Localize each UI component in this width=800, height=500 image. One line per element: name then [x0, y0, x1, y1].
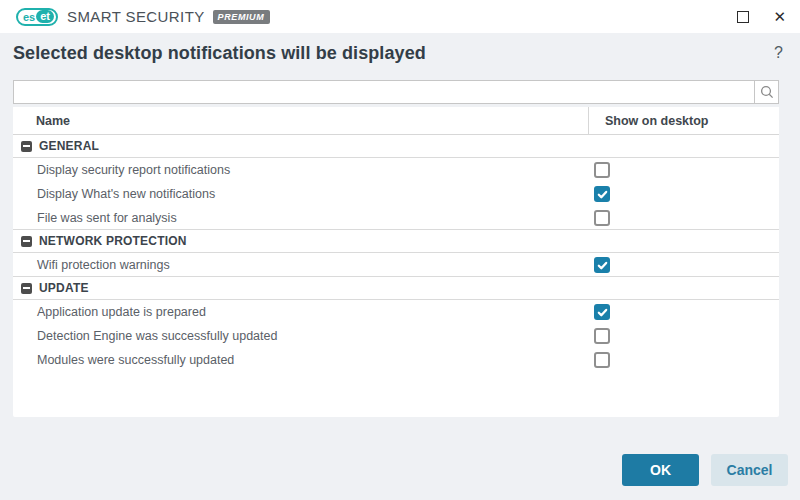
row-label: Application update is prepared: [37, 300, 206, 324]
section-header-update[interactable]: UPDATE: [13, 276, 779, 300]
section-label: GENERAL: [39, 139, 99, 153]
row-label: File was sent for analysis: [37, 206, 177, 230]
logo-text-right: et: [36, 10, 54, 23]
premium-badge: PREMIUM: [213, 10, 271, 24]
window-controls: ✕: [737, 0, 786, 33]
collapse-minus-icon[interactable]: [21, 283, 32, 294]
help-icon[interactable]: ?: [774, 44, 783, 62]
checkbox-unchecked[interactable]: [594, 210, 610, 226]
notifications-table: Name Show on desktop GENERALDisplay secu…: [13, 107, 779, 417]
table-row-display-security-report-notifications[interactable]: Display security report notifications: [13, 158, 779, 182]
table-row-application-update-is-prepared[interactable]: Application update is prepared: [13, 300, 779, 324]
table-body: GENERALDisplay security report notificat…: [13, 134, 779, 372]
table-header: Name Show on desktop: [13, 107, 779, 135]
close-icon[interactable]: ✕: [773, 9, 786, 24]
search-icon[interactable]: [754, 81, 778, 103]
section-label: NETWORK PROTECTION: [39, 234, 187, 248]
table-row-detection-engine-was-successfully-updated[interactable]: Detection Engine was successfully update…: [13, 324, 779, 348]
collapse-minus-icon[interactable]: [21, 141, 32, 152]
column-header-name[interactable]: Name: [36, 107, 70, 135]
search-bar: [13, 80, 779, 104]
row-label: Modules were successfully updated: [37, 348, 234, 372]
product-name: SMART SECURITY: [67, 8, 205, 25]
section-header-network-protection[interactable]: NETWORK PROTECTION: [13, 229, 779, 253]
row-label: Display What's new notifications: [37, 182, 215, 206]
column-header-show-on-desktop[interactable]: Show on desktop: [588, 107, 708, 134]
checkbox-unchecked[interactable]: [594, 328, 610, 344]
section-header-general[interactable]: GENERAL: [13, 134, 779, 158]
collapse-minus-icon[interactable]: [21, 236, 32, 247]
logo-text-left: es: [23, 10, 35, 24]
eset-logo: eset SMART SECURITY PREMIUM: [16, 8, 270, 26]
ok-button[interactable]: OK: [622, 454, 699, 486]
table-row-modules-were-successfully-updated[interactable]: Modules were successfully updated: [13, 348, 779, 372]
eset-logo-mark: eset: [16, 8, 58, 26]
checkbox-unchecked[interactable]: [594, 162, 610, 178]
section-label: UPDATE: [39, 281, 89, 295]
row-label: Wifi protection warnings: [37, 253, 170, 277]
checkbox-unchecked[interactable]: [594, 352, 610, 368]
maximize-icon[interactable]: [737, 11, 749, 23]
checkbox-checked[interactable]: [594, 257, 610, 273]
table-row-wifi-protection-warnings[interactable]: Wifi protection warnings: [13, 253, 779, 277]
search-input[interactable]: [14, 81, 754, 103]
row-label: Display security report notifications: [37, 158, 230, 182]
checkbox-checked[interactable]: [594, 186, 610, 202]
page-header: Selected desktop notifications will be d…: [13, 40, 783, 66]
page-title: Selected desktop notifications will be d…: [13, 43, 426, 64]
table-row-file-was-sent-for-analysis[interactable]: File was sent for analysis: [13, 206, 779, 230]
row-label: Detection Engine was successfully update…: [37, 324, 277, 348]
checkbox-checked[interactable]: [594, 304, 610, 320]
cancel-button[interactable]: Cancel: [711, 454, 788, 486]
titlebar: eset SMART SECURITY PREMIUM ✕: [0, 0, 800, 33]
table-row-display-what-s-new-notifications[interactable]: Display What's new notifications: [13, 182, 779, 206]
